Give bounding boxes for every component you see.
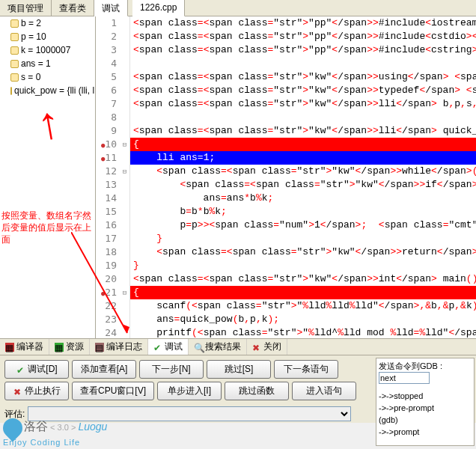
code-line[interactable]: <span class=<span class="str">"kw"</span… [130, 70, 476, 84]
code-line[interactable]: } [130, 232, 476, 245]
gdb-log-line: ->->stopped [379, 390, 472, 402]
watch-var[interactable]: k = 1000007 [0, 43, 95, 57]
var-icon [10, 60, 19, 68]
code-line[interactable]: <span class=<span class="str">"pp"</span… [130, 30, 476, 43]
tab-file[interactable]: 1226.cpp [132, 0, 185, 16]
addwatch-button[interactable]: 添加查看[A] [72, 360, 136, 379]
watch-var[interactable]: s = 0 [0, 70, 95, 84]
var-text: k = 1000007 [21, 45, 70, 55]
gdb-panel: 发送命令到GDB : ->->stopped->->pre-prompt(gdb… [376, 358, 475, 446]
gdb-input[interactable] [379, 372, 430, 384]
code-line[interactable]: <span class=<span class="str">"pp"</span… [130, 43, 476, 57]
btab-buildlog[interactable]: ▤编译日志 [90, 339, 148, 355]
code-line[interactable]: <span class=<span class="str">"kw"</span… [130, 165, 476, 178]
code-line[interactable] [130, 57, 476, 70]
code-line[interactable] [130, 111, 476, 124]
code-line[interactable]: <span class=<span class="str">"kw"</span… [130, 245, 476, 259]
code-line[interactable]: p=p>><span class="num">1</span>; <span c… [130, 219, 476, 232]
code-line[interactable]: printf(<span class="str">"%lld^%lld mod … [130, 326, 476, 338]
var-icon [10, 33, 19, 41]
var-icon [10, 87, 12, 95]
debug-button[interactable]: ✔调试[D] [4, 360, 69, 379]
btab-resource[interactable]: ▦资源 [49, 339, 90, 355]
var-text: quick_pow = {lli (lli, l [14, 85, 94, 96]
code-line[interactable]: scanf(<span class="str">"%lld%lld%lld"</… [130, 299, 476, 313]
gdb-log-line: ->->prompt [379, 426, 472, 438]
var-icon [10, 46, 19, 55]
watch-var[interactable]: quick_pow = {lli (lli, l [0, 84, 95, 97]
btab-search[interactable]: 🔍搜索结果 [189, 339, 247, 355]
code-line[interactable]: <span class=<span class="str">"kw"</span… [130, 124, 476, 138]
stepover-button[interactable]: 下一步[N] [139, 360, 204, 379]
btab-debug[interactable]: ✔调试 [148, 339, 189, 355]
code-line[interactable]: <span class=<span class="str">"kw"</span… [130, 272, 476, 286]
var-icon [10, 19, 19, 28]
code-line[interactable]: ans=ans*b%k; [130, 192, 476, 205]
gdb-label: 发送命令到GDB : [379, 361, 442, 370]
var-text: ans = 1 [21, 58, 51, 69]
code-line[interactable]: ans=quick_pow(b,p,k); [130, 313, 476, 326]
code-line[interactable]: <span class=<span class="str">"kw"</span… [130, 97, 476, 111]
watch-var[interactable]: p = 10 [0, 30, 95, 43]
var-text: s = 0 [21, 72, 40, 82]
code-line[interactable]: <span class=<span class="str">"pp"</span… [130, 16, 476, 30]
skip-button[interactable]: 跳过[S] [207, 360, 271, 379]
btab-close[interactable]: ✖关闭 [247, 339, 287, 355]
tab-class[interactable]: 查看类 [52, 0, 94, 16]
eval-label: 评估: [4, 408, 25, 421]
var-icon [10, 73, 19, 82]
code-line[interactable]: <span class=<span class="str">"kw"</span… [130, 84, 476, 97]
gdb-log-line: ->->pre-prompt [379, 402, 472, 414]
tab-project[interactable]: 项目管理 [0, 0, 52, 16]
code-line[interactable]: lli ans=1; [130, 151, 476, 165]
stepinto-button[interactable]: 单步进入[I] [157, 382, 222, 400]
nextstmt-button[interactable]: 下一条语句 [274, 360, 338, 379]
code-line[interactable]: <span class=<span class="str">"kw"</span… [130, 178, 476, 192]
stop-button[interactable]: ✖停止执行 [4, 382, 69, 400]
tab-debug[interactable]: 调试 [94, 0, 128, 16]
watch-var[interactable]: b = 2 [0, 16, 95, 30]
gdb-log-line: (gdb) [379, 414, 472, 426]
skipfunc-button[interactable]: 跳过函数 [225, 382, 289, 400]
cpu-button[interactable]: 查看CPU窗口[V] [72, 382, 154, 400]
code-line[interactable]: } [130, 259, 476, 272]
code-editor[interactable]: 123456789●10●11121314151617181920●212223… [96, 16, 476, 338]
eval-input[interactable] [28, 406, 351, 421]
watch-sidebar: b = 2p = 10k = 1000007ans = 1s = 0quick_… [0, 16, 96, 338]
code-line[interactable]: { [130, 138, 476, 151]
intostmt-button[interactable]: 进入语句 [292, 382, 356, 400]
btab-compiler[interactable]: ▦编译器 [0, 339, 49, 355]
var-text: b = 2 [21, 18, 41, 28]
code-line[interactable]: b=b*b%k; [130, 205, 476, 219]
watch-var[interactable]: ans = 1 [0, 57, 95, 70]
var-text: p = 10 [21, 31, 46, 42]
code-line[interactable]: { [130, 286, 476, 299]
